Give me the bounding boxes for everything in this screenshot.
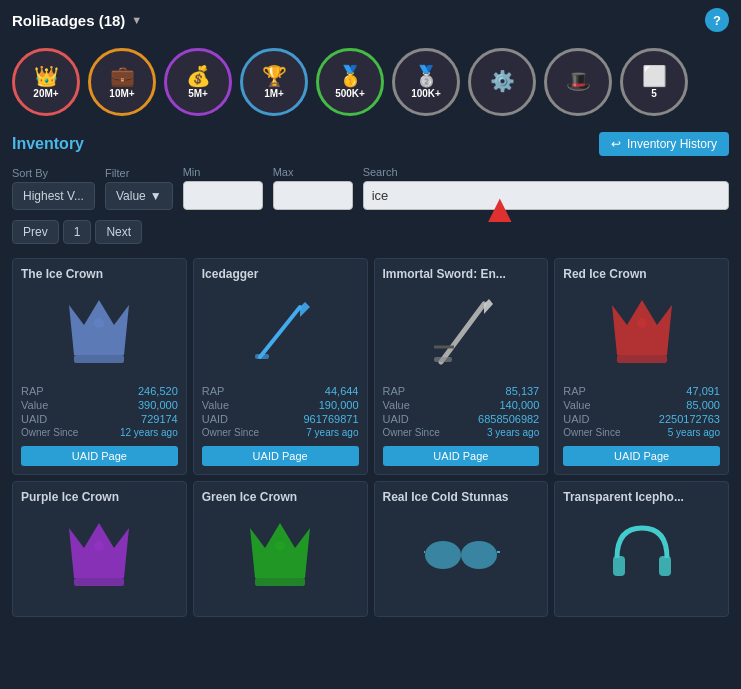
item-card: Immortal Sword: En... RAP 85,137 Value: [374, 258, 549, 475]
app-title-text: RoliBadges (18): [12, 12, 125, 29]
rap-row: RAP 246,520: [21, 385, 178, 397]
svg-point-12: [637, 318, 647, 328]
badge-icon-500k: 🥇: [338, 66, 363, 86]
value-label: Value: [563, 399, 590, 411]
owner-since-label: Owner Since: [383, 427, 440, 438]
svg-line-6: [441, 304, 484, 362]
rap-label: RAP: [202, 385, 225, 397]
svg-rect-11: [617, 355, 667, 363]
badge-label-500k: 500K+: [335, 88, 365, 99]
svg-line-3: [260, 307, 300, 357]
uaid-label: UAID: [383, 413, 409, 425]
badge-20m[interactable]: 👑 20M+: [12, 48, 80, 116]
search-label: Search: [363, 166, 729, 178]
value-value: 390,000: [138, 399, 178, 411]
item-stats: RAP 44,644 Value 190,000 UAID 961769871 …: [202, 385, 359, 444]
uaid-value: 729174: [141, 413, 178, 425]
owner-since-value: 5 years ago: [668, 427, 720, 438]
owner-since-row: Owner Since 5 years ago: [563, 427, 720, 438]
item-image: [202, 287, 359, 377]
uaid-page-button[interactable]: UAID Page: [383, 446, 540, 466]
help-button[interactable]: ?: [705, 8, 729, 32]
item-image: [383, 287, 540, 377]
value-row: Value 85,000: [563, 399, 720, 411]
svg-rect-24: [613, 556, 625, 576]
rap-value: 47,091: [686, 385, 720, 397]
filter-button[interactable]: Value ▼: [105, 182, 173, 210]
badge-icon-20m: 👑: [34, 66, 59, 86]
svg-point-20: [461, 541, 497, 569]
value-label: Value: [383, 399, 410, 411]
badge-icon-gear: ⚙️: [490, 71, 515, 91]
svg-rect-8: [434, 357, 452, 362]
item-card: Red Ice Crown RAP 47,091 Value 85,000: [554, 258, 729, 475]
owner-since-row: Owner Since 12 years ago: [21, 427, 178, 438]
dropdown-arrow-icon: ▼: [131, 14, 142, 26]
header: RoliBadges (18) ▼ ?: [0, 0, 741, 40]
red-arrow-icon: ▲: [480, 188, 520, 228]
owner-since-row: Owner Since 3 years ago: [383, 427, 540, 438]
inventory-header: Inventory ↩ Inventory History: [0, 128, 741, 162]
rap-row: RAP 47,091: [563, 385, 720, 397]
filter-btn-label: Value: [116, 189, 146, 203]
uaid-page-button[interactable]: UAID Page: [202, 446, 359, 466]
badge-500k[interactable]: 🥇 500K+: [316, 48, 384, 116]
next-button[interactable]: Next: [95, 220, 142, 244]
badge-5m[interactable]: 💰 5M+: [164, 48, 232, 116]
value-value: 85,000: [686, 399, 720, 411]
owner-since-row: Owner Since 7 years ago: [202, 427, 359, 438]
search-input[interactable]: [363, 181, 729, 210]
badge-1m[interactable]: 🏆 1M+: [240, 48, 308, 116]
badge-10m[interactable]: 💼 10M+: [88, 48, 156, 116]
filter-group: Filter Value ▼: [105, 167, 173, 210]
item-card: Real Ice Cold Stunnas: [374, 481, 549, 617]
badge-icon-hat: 🎩: [566, 71, 591, 91]
owner-since-value: 7 years ago: [306, 427, 358, 438]
badge-gear[interactable]: ⚙️: [468, 48, 536, 116]
owner-since-value: 12 years ago: [120, 427, 178, 438]
uaid-value: 961769871: [303, 413, 358, 425]
value-value: 190,000: [319, 399, 359, 411]
value-row: Value 140,000: [383, 399, 540, 411]
min-input[interactable]: [183, 181, 263, 210]
item-card: Icedagger RAP 44,644 Value 190,000: [193, 258, 368, 475]
badge-label-1m: 1M+: [264, 88, 284, 99]
svg-rect-1: [74, 355, 124, 363]
item-stats: RAP 246,520 Value 390,000 UAID 729174 Ow…: [21, 385, 178, 444]
item-card: Transparent Icepho...: [554, 481, 729, 617]
sort-label: Sort By: [12, 167, 95, 179]
badge-100k[interactable]: 🥈 100K+: [392, 48, 460, 116]
svg-marker-7: [484, 299, 493, 314]
badge-label-5m: 5M+: [188, 88, 208, 99]
badge-roblox[interactable]: ⬜ 5: [620, 48, 688, 116]
badge-icon-5m: 💰: [186, 66, 211, 86]
uaid-label: UAID: [21, 413, 47, 425]
uaid-label: UAID: [202, 413, 228, 425]
badge-label-100k: 100K+: [411, 88, 441, 99]
rap-value: 246,520: [138, 385, 178, 397]
value-row: Value 190,000: [202, 399, 359, 411]
svg-point-19: [425, 541, 461, 569]
item-name: Transparent Icepho...: [563, 490, 720, 504]
badge-icon-100k: 🥈: [414, 66, 439, 86]
app-title[interactable]: RoliBadges (18) ▼: [12, 12, 142, 29]
inventory-history-button[interactable]: ↩ Inventory History: [599, 132, 729, 156]
rap-label: RAP: [563, 385, 586, 397]
badge-icon-10m: 💼: [110, 66, 135, 86]
sort-button[interactable]: Highest V...: [12, 182, 95, 210]
prev-button[interactable]: Prev: [12, 220, 59, 244]
badge-icon-1m: 🏆: [262, 66, 287, 86]
item-name: Red Ice Crown: [563, 267, 720, 281]
item-name: The Ice Crown: [21, 267, 178, 281]
svg-point-15: [94, 541, 104, 551]
controls-row: Sort By Highest V... Filter Value ▼ Min …: [0, 162, 741, 216]
min-group: Min: [183, 166, 263, 210]
value-value: 140,000: [499, 399, 539, 411]
uaid-page-button[interactable]: UAID Page: [21, 446, 178, 466]
item-stats: RAP 47,091 Value 85,000 UAID 2250172763 …: [563, 385, 720, 444]
max-input[interactable]: [273, 181, 353, 210]
badge-icon-roblox: ⬜: [642, 66, 667, 86]
uaid-page-button[interactable]: UAID Page: [563, 446, 720, 466]
max-label: Max: [273, 166, 353, 178]
badge-hat[interactable]: 🎩: [544, 48, 612, 116]
